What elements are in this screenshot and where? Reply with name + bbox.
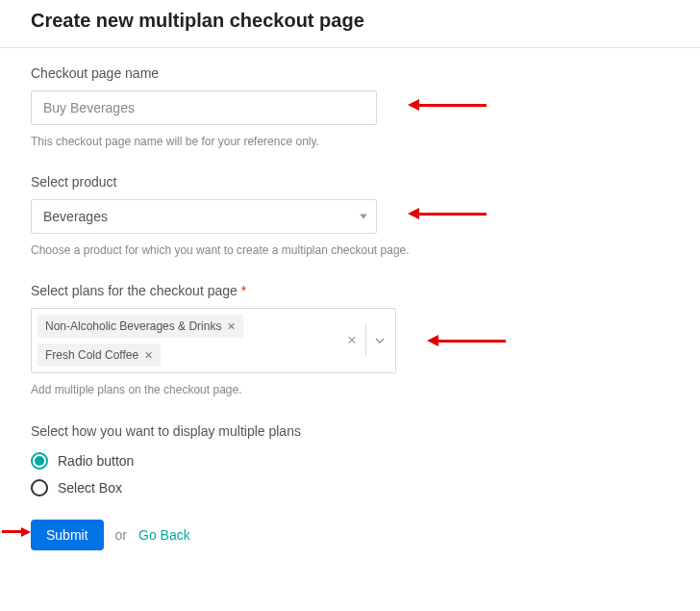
plans-controls: × xyxy=(337,309,395,372)
field-display: Select how you want to display multiple … xyxy=(31,423,669,496)
radio-option-radio-button[interactable]: Radio button xyxy=(31,452,669,470)
remove-chip-icon[interactable]: ✕ xyxy=(227,320,236,333)
radio-icon xyxy=(31,479,48,496)
plans-multiselect[interactable]: Non-Alcoholic Beverages & Drinks ✕ Fresh… xyxy=(31,308,396,373)
checkout-name-input[interactable] xyxy=(31,90,377,125)
submit-button[interactable]: Submit xyxy=(31,520,104,550)
annotation-arrow xyxy=(427,335,506,346)
plan-chip-label: Fresh Cold Coffee xyxy=(45,348,138,362)
plans-chip-area: Non-Alcoholic Beverages & Drinks ✕ Fresh… xyxy=(32,309,337,372)
hint-plans: Add multiple plans on the checkout page. xyxy=(31,381,415,399)
label-name: Checkout page name xyxy=(31,65,669,81)
product-select[interactable]: Beverages xyxy=(31,199,377,234)
radio-label: Radio button xyxy=(58,453,134,469)
actions-row: Submit or Go Back xyxy=(31,520,669,550)
remove-chip-icon[interactable]: ✕ xyxy=(144,349,153,362)
field-name: Checkout page name This checkout page na… xyxy=(31,65,669,151)
page-title: Create new multiplan checkout page xyxy=(31,10,669,32)
go-back-link[interactable]: Go Back xyxy=(138,527,190,543)
divider xyxy=(0,47,700,48)
radio-option-select-box[interactable]: Select Box xyxy=(31,479,669,496)
clear-all-icon[interactable]: × xyxy=(338,309,365,372)
radio-label: Select Box xyxy=(58,480,122,496)
label-display: Select how you want to display multiple … xyxy=(31,423,669,439)
plan-chip-label: Non-Alcoholic Beverages & Drinks xyxy=(45,319,221,333)
label-product: Select product xyxy=(31,174,669,190)
plan-chip: Fresh Cold Coffee ✕ xyxy=(38,344,161,367)
hint-name: This checkout page name will be for your… xyxy=(31,133,415,151)
label-plans: Select plans for the checkout page * xyxy=(31,283,669,298)
dropdown-toggle[interactable] xyxy=(366,309,393,372)
annotation-arrow xyxy=(2,527,31,537)
product-select-value: Beverages xyxy=(43,209,108,224)
radio-icon xyxy=(31,452,48,470)
label-plans-text: Select plans for the checkout page xyxy=(31,283,238,298)
field-plans: Select plans for the checkout page * Non… xyxy=(31,283,669,399)
field-product: Select product Beverages Choose a produc… xyxy=(31,174,669,260)
hint-product: Choose a product for which you want to c… xyxy=(31,242,415,260)
chevron-down-icon xyxy=(374,335,386,346)
or-text: or xyxy=(115,527,127,543)
required-asterisk: * xyxy=(241,283,246,298)
annotation-arrow xyxy=(408,208,487,219)
plan-chip: Non-Alcoholic Beverages & Drinks ✕ xyxy=(38,315,243,338)
annotation-arrow xyxy=(408,99,487,111)
caret-down-icon xyxy=(360,215,367,219)
